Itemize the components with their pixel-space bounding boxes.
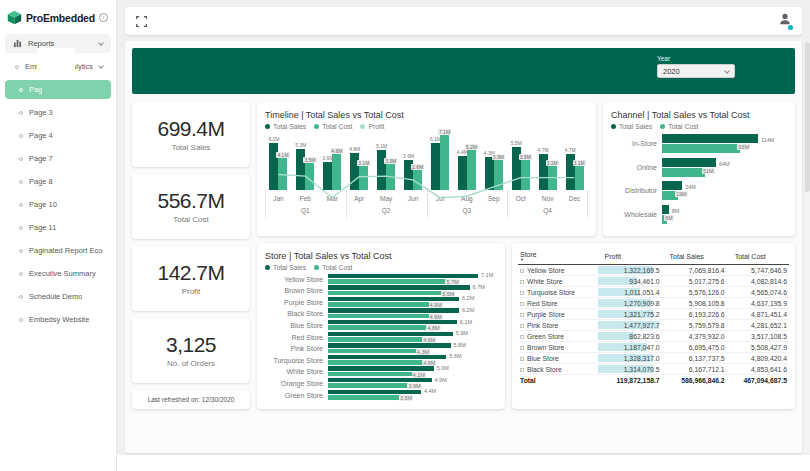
sidebar-item-embedsy-website[interactable]: Embedsy Website [5, 310, 111, 329]
sidebar-item-pag[interactable]: Pag [5, 80, 111, 99]
cost-bar-aug[interactable] [467, 150, 476, 190]
table-row[interactable]: Purple Store1,321,775.26,193,226.64,871,… [518, 309, 789, 320]
total-sales-cell: 5,908,105.8 [662, 298, 727, 309]
cost-bar[interactable] [328, 302, 432, 307]
cost-bar[interactable] [328, 337, 425, 342]
vertical-scrollbar[interactable] [805, 42, 810, 453]
cost-bar[interactable] [328, 314, 432, 319]
sales-bar-mar[interactable] [323, 162, 332, 190]
sales-bar[interactable] [662, 158, 716, 167]
cost-bar[interactable] [328, 383, 410, 388]
cost-bar-apr[interactable] [359, 166, 368, 190]
cost-bar[interactable] [662, 144, 740, 153]
sales-bar[interactable] [328, 320, 457, 325]
sales-data-label: 6.1M [265, 136, 282, 142]
cost-bar[interactable] [328, 291, 444, 296]
sales-bar[interactable] [328, 308, 459, 313]
table-row[interactable]: Green Store862,823.64,379,932.03,517,108… [518, 331, 789, 342]
column-header-total-cost[interactable]: Total Cost [727, 249, 789, 265]
cost-bar-jan[interactable] [278, 158, 287, 190]
cost-bar-dec[interactable] [575, 166, 584, 190]
cost-bar-may[interactable] [386, 164, 395, 190]
total-cost-cell: 4,281,652.1 [727, 320, 789, 331]
cost-bar[interactable] [328, 279, 448, 284]
column-header-profit[interactable]: Profit [597, 249, 662, 265]
sales-bar[interactable] [328, 343, 451, 348]
bullet-icon [19, 180, 23, 184]
profit-cell: 1,321,775.2 [597, 309, 662, 320]
sales-bar-feb[interactable] [296, 149, 305, 190]
table-row[interactable]: Pink Store1,477,927.75,759,579.84,281,65… [518, 320, 789, 331]
cost-bar[interactable] [328, 349, 419, 354]
sidebar-item-paginated-report-ecom[interactable]: Paginated Report Ecom [5, 241, 111, 260]
sidebar-item-executive-summary[interactable]: Executive Summary [5, 264, 111, 283]
sidebar-item-schedule-demo[interactable]: Schedule Demo [5, 287, 111, 306]
sales-bar[interactable] [662, 181, 682, 190]
bullet-icon [19, 134, 23, 138]
sidebar-item-page-10[interactable]: Page 10 [5, 195, 111, 214]
sales-bar-sep[interactable] [485, 157, 494, 190]
sales-bar[interactable] [662, 134, 758, 143]
column-header-total-sales[interactable]: Total Sales [662, 249, 727, 265]
sales-bar[interactable] [328, 355, 446, 360]
table-row[interactable]: Red Store1,270,909.85,908,105.84,637,195… [518, 298, 789, 309]
sidebar-item-page-4[interactable]: Page 4 [5, 126, 111, 145]
cost-bar-sep[interactable] [494, 160, 503, 190]
user-menu-button[interactable] [778, 12, 792, 30]
cost-bar-nov[interactable] [548, 166, 557, 190]
app-window: ProEmbedded i ReportsEmbedded AnalyticsP… [0, 0, 810, 471]
cost-bar[interactable] [328, 372, 415, 377]
sales-bar[interactable] [328, 332, 453, 337]
sidebar-item-page-3[interactable]: Page 3 [5, 103, 111, 122]
year-dropdown[interactable]: 2020 [657, 64, 735, 78]
sales-bar[interactable] [328, 297, 459, 302]
sales-bar-aug[interactable] [458, 156, 467, 190]
table-row[interactable]: Yellow Store1,322,169.57,069,816.45,747,… [518, 265, 789, 276]
sidebar: ProEmbedded i ReportsEmbedded AnalyticsP… [0, 0, 117, 471]
kpi-label: No. of Orders [167, 359, 215, 368]
table-row[interactable]: Blue Store1,328,317.06,137,737.54,809,42… [518, 353, 789, 364]
bottom-strip [117, 455, 810, 471]
sales-bar[interactable] [328, 390, 421, 395]
sidebar-item-page-11[interactable]: Page 11 [5, 218, 111, 237]
sales-bar[interactable] [328, 378, 432, 383]
cost-data-label: 51M [702, 168, 715, 174]
sales-bar-jul[interactable] [431, 143, 440, 190]
store-cell: Green Store [518, 331, 597, 342]
fullscreen-icon[interactable] [135, 15, 148, 28]
sidebar-item-page-8[interactable]: Page 8 [5, 172, 111, 191]
column-header-store[interactable]: Store▼ [518, 249, 597, 265]
profit-value: 1,328,317.0 [599, 355, 660, 362]
sales-bar[interactable] [328, 366, 434, 371]
cost-data-label: 3.5M [303, 157, 316, 163]
cost-bar[interactable] [328, 325, 429, 330]
cost-bar-feb[interactable] [305, 163, 314, 190]
cost-bar-jun[interactable] [413, 170, 422, 190]
legend-dot [265, 124, 270, 129]
table-row[interactable]: Turquoise Store1,011,051.45,576,126.04,5… [518, 287, 789, 298]
store-cell: Black Store [518, 364, 597, 375]
store-cell: Turquoise Store [518, 287, 597, 298]
sales-bar[interactable] [328, 285, 470, 290]
sidebar-item-page-7[interactable]: Page 7 [5, 149, 111, 168]
sales-bar-may[interactable] [377, 150, 386, 190]
sales-bar-jan[interactable] [269, 143, 278, 190]
cost-bar-jul[interactable] [440, 135, 449, 190]
sidebar-item-label: Schedule Demo [29, 292, 82, 301]
cost-bar[interactable] [328, 360, 425, 365]
sales-bar[interactable] [328, 274, 478, 279]
info-icon[interactable]: i [99, 13, 108, 22]
sales-bar[interactable] [662, 205, 669, 214]
kpi-label: Profit [182, 287, 201, 296]
total-sales-cell: 5,759,579.8 [662, 320, 727, 331]
total-label: Total [518, 375, 597, 386]
header-banner: Year 2020 [132, 48, 795, 94]
cost-bar[interactable] [662, 168, 705, 177]
cost-bar[interactable] [328, 395, 402, 400]
sales-bar-apr[interactable] [350, 153, 359, 190]
table-row[interactable]: Brown Store1,187,047.06,695,475.05,508,4… [518, 342, 789, 353]
table-row[interactable]: White Store934,461.05,017,275.64,082,814… [518, 276, 789, 287]
bar-group-orange-store: Orange Store4.9M3.9M [265, 377, 497, 389]
cost-bar-oct[interactable] [521, 160, 530, 190]
table-row[interactable]: Black Store1,314,070.56,167,712.14,853,6… [518, 364, 789, 375]
